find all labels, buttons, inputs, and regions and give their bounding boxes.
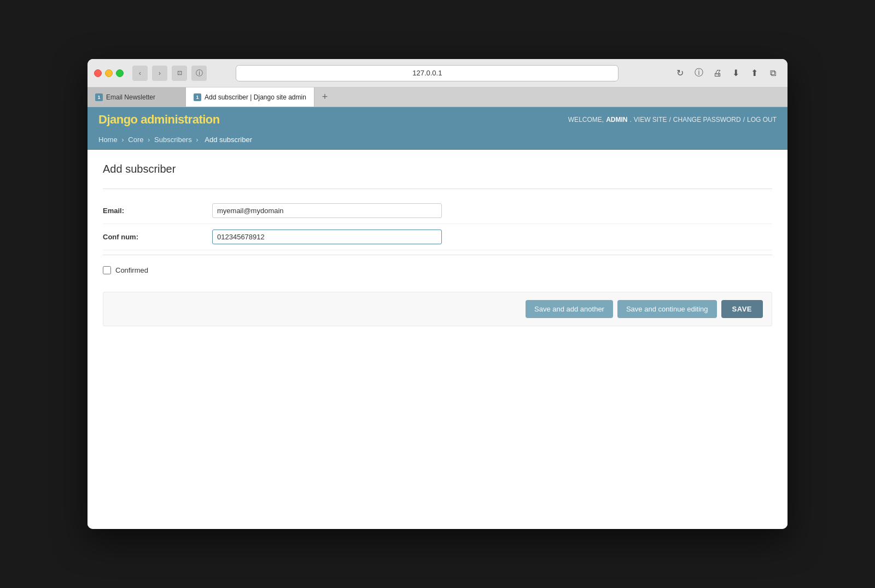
download-icon: ⬇: [732, 68, 739, 78]
email-input[interactable]: [212, 203, 442, 218]
download-button[interactable]: ⬇: [728, 66, 744, 81]
tab-favicon-2: 1: [194, 93, 201, 101]
reader-button[interactable]: ⓘ: [191, 66, 207, 81]
admin-header: Django administration WELCOME, ADMIN. VI…: [88, 107, 788, 132]
forward-button[interactable]: ›: [152, 66, 167, 81]
print-icon: 🖨: [713, 68, 722, 78]
close-traffic-light[interactable]: [94, 69, 102, 77]
email-label: Email:: [103, 203, 212, 215]
save-add-another-button[interactable]: Save and add another: [526, 300, 613, 318]
django-admin: Django administration WELCOME, ADMIN. VI…: [88, 107, 788, 529]
admin-user-info: WELCOME, ADMIN. VIEW SITE / CHANGE PASSW…: [568, 116, 777, 124]
traffic-lights: [94, 69, 124, 77]
tab-email-newsletter[interactable]: 1 Email Newsletter: [88, 87, 186, 107]
email-input-wrapper: [212, 203, 442, 218]
confirmed-row: Confirmed: [103, 260, 772, 281]
add-subscriber-form: Email: Conf num: Confirmed: [103, 189, 772, 326]
sidebar-button[interactable]: ⊡: [172, 66, 187, 81]
reload-button[interactable]: ↻: [673, 66, 688, 81]
breadcrumb-subscribers[interactable]: Subscribers: [154, 136, 192, 144]
page-title: Add subscriber: [103, 163, 772, 175]
save-continue-button[interactable]: Save and continue editing: [617, 300, 717, 318]
separator-1: /: [669, 116, 671, 124]
breadcrumb-sep-1: ›: [121, 136, 124, 144]
window-button[interactable]: ⧉: [766, 66, 781, 81]
toolbar-right: ↻ ⓘ 🖨 ⬇ ⬆ ⧉: [673, 66, 781, 81]
back-button[interactable]: ‹: [132, 66, 148, 81]
address-text: 127.0.0.1: [412, 69, 442, 77]
breadcrumb-home[interactable]: Home: [98, 136, 118, 144]
share-icon: ⬆: [751, 68, 758, 78]
change-password-link[interactable]: CHANGE PASSWORD: [673, 116, 741, 124]
minimize-traffic-light[interactable]: [105, 69, 113, 77]
new-tab-icon: +: [322, 91, 328, 103]
form-divider: [103, 255, 772, 255]
form-actions: Save and add another Save and continue e…: [103, 292, 772, 326]
breadcrumb: Home › Core › Subscribers › Add subscrib…: [98, 136, 777, 144]
reload-icon: ↻: [676, 68, 684, 78]
email-row: Email:: [103, 198, 772, 224]
forward-icon: ›: [159, 69, 161, 77]
admin-title: Django administration: [98, 113, 220, 127]
info-icon: ⓘ: [695, 67, 703, 79]
breadcrumb-sep-3: ›: [196, 136, 198, 144]
admin-content: Add subscriber Email: Conf num:: [88, 150, 788, 339]
tab-label-1: Email Newsletter: [106, 93, 155, 101]
confirmed-label[interactable]: Confirmed: [115, 266, 148, 274]
sidebar-icon: ⊡: [177, 69, 182, 77]
tab-label-2: Add subscriber | Django site admin: [205, 93, 306, 101]
breadcrumb-core[interactable]: Core: [128, 136, 143, 144]
browser-tabs: 1 Email Newsletter 1 Add subscriber | Dj…: [88, 87, 788, 107]
browser-window: ‹ › ⊡ ⓘ 127.0.0.1 ↻ ⓘ 🖨 ⬇: [88, 59, 788, 529]
window-icon: ⧉: [770, 68, 776, 78]
save-button[interactable]: SAVE: [721, 300, 763, 318]
welcome-text: WELCOME,: [568, 116, 604, 124]
print-button[interactable]: 🖨: [710, 66, 725, 81]
tab-add-subscriber[interactable]: 1 Add subscriber | Django site admin: [186, 87, 314, 107]
tab-favicon-1: 1: [95, 93, 103, 101]
logout-link[interactable]: LOG OUT: [747, 116, 777, 124]
view-site-link[interactable]: VIEW SITE: [634, 116, 667, 124]
breadcrumb-sep-2: ›: [148, 136, 150, 144]
info-button[interactable]: ⓘ: [691, 66, 707, 81]
breadcrumb-bar: Home › Core › Subscribers › Add subscrib…: [88, 132, 788, 150]
admin-username: ADMIN: [606, 116, 627, 124]
separator-2: /: [743, 116, 745, 124]
share-button[interactable]: ⬆: [747, 66, 762, 81]
conf-num-input[interactable]: [212, 230, 442, 244]
breadcrumb-current: Add subscriber: [205, 136, 252, 144]
new-tab-button[interactable]: +: [317, 87, 333, 107]
confirmed-checkbox[interactable]: [103, 266, 111, 274]
conf-num-row: Conf num:: [103, 224, 772, 250]
back-icon: ‹: [139, 69, 141, 77]
reader-icon: ⓘ: [196, 68, 203, 78]
browser-titlebar: ‹ › ⊡ ⓘ 127.0.0.1 ↻ ⓘ 🖨 ⬇: [88, 59, 788, 87]
address-bar[interactable]: 127.0.0.1: [236, 65, 619, 81]
conf-num-input-wrapper: [212, 230, 442, 244]
maximize-traffic-light[interactable]: [116, 69, 124, 77]
conf-num-label: Conf num:: [103, 230, 212, 241]
